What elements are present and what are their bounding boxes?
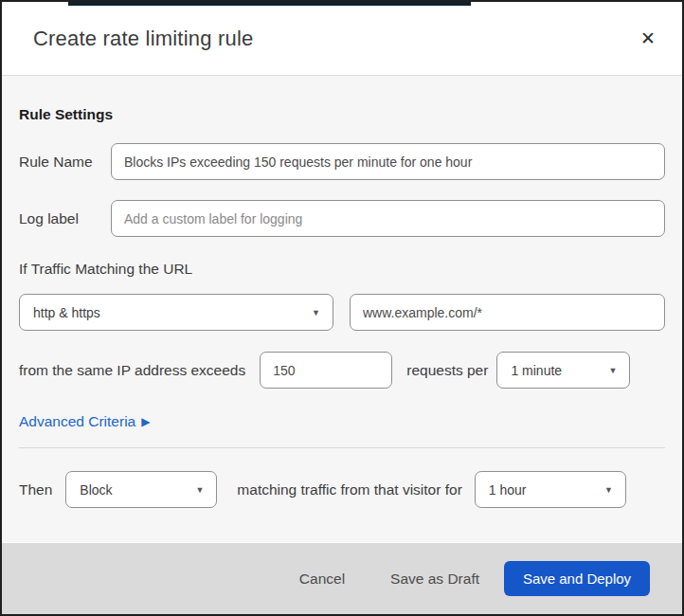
rate-limiting-dialog: Create rate limiting rule ✕ Rule Setting… [0, 0, 684, 616]
save-and-deploy-button[interactable]: Save and Deploy [504, 561, 650, 596]
rule-name-input[interactable] [111, 143, 665, 180]
then-prefix-text: Then [19, 481, 52, 498]
section-divider [19, 447, 665, 448]
threshold-middle-text: requests per [406, 362, 488, 379]
threshold-prefix-text: from the same IP address exceeds [19, 362, 245, 379]
requests-count-input[interactable] [260, 352, 392, 389]
period-select[interactable]: 1 minute ▼ [496, 352, 630, 389]
save-as-draft-button[interactable]: Save as Draft [388, 563, 481, 595]
dialog-header: Create rate limiting rule ✕ [2, 2, 682, 76]
dialog-title: Create rate limiting rule [33, 27, 253, 51]
period-select-value: 1 minute [511, 363, 562, 378]
threshold-row: from the same IP address exceeds request… [19, 352, 665, 389]
background-page-sliver [68, 2, 471, 6]
duration-select[interactable]: 1 hour ▼ [475, 471, 626, 508]
url-match-row: http & https ▼ [19, 294, 665, 331]
action-select[interactable]: Block ▼ [65, 471, 217, 508]
scheme-select[interactable]: http & https ▼ [19, 294, 333, 331]
then-action-row: Then Block ▼ matching traffic from that … [19, 471, 665, 508]
advanced-criteria-row: Advanced Criteria ▶ [19, 413, 665, 430]
chevron-down-icon: ▼ [604, 485, 613, 495]
expand-arrow-icon: ▶ [141, 415, 150, 428]
scheme-select-value: http & https [33, 305, 100, 320]
traffic-match-heading: If Traffic Matching the URL [19, 261, 665, 278]
action-select-value: Block [80, 482, 112, 498]
log-label-label: Log label [19, 210, 111, 227]
chevron-down-icon: ▼ [312, 308, 320, 317]
advanced-criteria-label: Advanced Criteria [19, 413, 135, 430]
rule-settings-heading: Rule Settings [19, 106, 665, 123]
chevron-down-icon: ▼ [608, 366, 617, 375]
dialog-footer: Cancel Save as Draft Save and Deploy [2, 543, 682, 614]
log-label-input[interactable] [111, 200, 665, 237]
rule-name-label: Rule Name [19, 154, 111, 171]
then-middle-text: matching traffic from that visitor for [237, 481, 461, 498]
close-icon[interactable]: ✕ [637, 26, 659, 51]
log-label-row: Log label [19, 200, 665, 237]
duration-select-value: 1 hour [489, 482, 527, 498]
cancel-button[interactable]: Cancel [297, 563, 347, 595]
url-input[interactable] [350, 294, 665, 331]
rule-name-row: Rule Name [19, 143, 665, 180]
dialog-body: Rule Settings Rule Name Log label If Tra… [2, 76, 682, 542]
chevron-down-icon: ▼ [195, 485, 204, 495]
advanced-criteria-link[interactable]: Advanced Criteria ▶ [19, 413, 150, 430]
